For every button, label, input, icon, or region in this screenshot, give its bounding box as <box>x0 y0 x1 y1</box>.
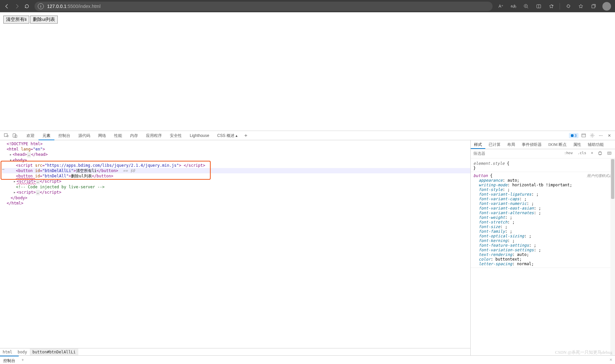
svg-rect-9 <box>608 152 611 154</box>
url-path: :5500/index.html <box>66 4 101 9</box>
css-property[interactable]: font-stretch: ; <box>473 220 612 224</box>
crumb-selected[interactable]: button#btnDelAllLi <box>30 348 78 355</box>
tab-security[interactable]: 安全性 <box>166 131 186 140</box>
back-button[interactable] <box>2 1 12 11</box>
css-property[interactable]: letter-spacing: normal; <box>473 262 612 266</box>
flexbox-overlay-icon[interactable] <box>606 150 613 157</box>
css-property[interactable]: font-variant-east-asian: ; <box>473 206 612 211</box>
close-devtools-icon[interactable]: ✕ <box>606 132 613 139</box>
css-property[interactable]: color: buttontext; <box>473 257 612 262</box>
tab-performance[interactable]: 性能 <box>110 131 126 140</box>
svg-point-7 <box>591 135 593 136</box>
tab-application[interactable]: 应用程序 <box>142 131 166 140</box>
svg-rect-6 <box>581 134 585 137</box>
styles-tabstrip: 样式 已计算 布局 事件侦听器 DOM 断点 属性 辅助功能 <box>471 140 615 149</box>
css-property[interactable]: font-variant-alternates: ; <box>473 211 612 215</box>
css-property[interactable]: font-size: ; <box>473 224 612 229</box>
drawer-tab-console[interactable]: 控制台 <box>0 356 19 364</box>
css-property[interactable]: writing-mode: horizontal-tb !important; <box>473 183 612 187</box>
styles-panel: 样式 已计算 布局 事件侦听器 DOM 断点 属性 辅助功能 :hov .cls… <box>470 140 615 355</box>
rule-element-style[interactable]: element.style { } <box>471 160 615 172</box>
tab-elements[interactable]: 元素 <box>38 131 54 140</box>
elements-panel: ⋯ <!DOCTYPE html> <html lang="en"> ▸<hea… <box>0 140 470 355</box>
tab-memory[interactable]: 内存 <box>126 131 142 140</box>
extensions-icon[interactable] <box>563 1 574 11</box>
styles-tab-a11y[interactable]: 辅助功能 <box>584 140 607 149</box>
refresh-button[interactable] <box>22 1 32 11</box>
css-property[interactable]: font-weight: ; <box>473 215 612 220</box>
hov-toggle[interactable]: :hov <box>563 150 574 157</box>
css-property[interactable]: text-rendering: auto; <box>473 252 612 257</box>
devtools-panel: 欢迎 元素 控制台 源代码 网络 性能 内存 应用程序 安全性 Lighthou… <box>0 131 615 364</box>
address-bar[interactable]: i 127.0.0.1:5500/index.html <box>34 2 493 11</box>
dom-breadcrumb[interactable]: html body button#btnDelAllLi <box>0 348 470 355</box>
drawer-close-icon[interactable]: ✕ <box>609 358 612 362</box>
css-property[interactable]: font-optical-sizing: ; <box>473 234 612 238</box>
css-property[interactable]: appearance: auto; <box>473 178 612 183</box>
styles-tab-props[interactable]: 属性 <box>570 140 584 149</box>
drawer-add-tab-icon[interactable]: + <box>19 358 27 362</box>
styles-tab-dombreak[interactable]: DOM 断点 <box>545 140 570 149</box>
translate-icon[interactable]: aあ <box>508 1 519 11</box>
more-options-icon[interactable]: ⋯ <box>597 132 604 139</box>
svg-rect-4 <box>13 134 16 137</box>
favorites-bar-icon[interactable] <box>575 1 586 11</box>
styles-tab-styles[interactable]: 样式 <box>471 140 485 149</box>
browser-toolbar: i 127.0.0.1:5500/index.html A⁺ aあ <box>0 0 615 12</box>
svg-rect-8 <box>599 152 602 154</box>
styles-tab-layout[interactable]: 布局 <box>504 140 518 149</box>
profile-avatar[interactable] <box>602 2 611 11</box>
css-property[interactable]: font-variant-caps: ; <box>473 197 612 201</box>
rule-user-agent[interactable]: 用户代理样式表 button { appearance: auto;writin… <box>471 172 615 268</box>
tab-sources[interactable]: 源代码 <box>74 131 94 140</box>
styles-tab-listeners[interactable]: 事件侦听器 <box>518 140 545 149</box>
css-property[interactable]: font-kerning: ; <box>473 238 612 243</box>
zoom-icon[interactable] <box>520 1 532 11</box>
delete-ul-button[interactable]: 删除ul列表 <box>30 16 58 24</box>
styles-scrollbar[interactable] <box>610 158 615 355</box>
styles-tab-computed[interactable]: 已计算 <box>485 140 504 149</box>
favorites-icon[interactable] <box>546 1 557 11</box>
dom-tree[interactable]: ⋯ <!DOCTYPE html> <html lang="en"> ▸<hea… <box>0 140 470 348</box>
clear-li-button[interactable]: 清空所有li <box>3 16 29 24</box>
site-info-icon[interactable]: i <box>38 3 44 9</box>
more-tabs-icon[interactable]: + <box>241 131 250 140</box>
toolbar-divider <box>560 3 560 10</box>
css-property[interactable]: font-feature-settings: ; <box>473 243 612 248</box>
inspect-element-icon[interactable] <box>2 131 11 140</box>
selected-dom-node[interactable]: <button id="btnDelAllLi">清空所有li</button>… <box>2 168 470 173</box>
devtools-tabstrip: 欢迎 元素 控制台 源代码 网络 性能 内存 应用程序 安全性 Lighthou… <box>0 131 615 140</box>
css-property[interactable]: font-style: ; <box>473 187 612 192</box>
forward-button[interactable] <box>12 1 22 11</box>
tab-welcome[interactable]: 欢迎 <box>23 131 38 140</box>
svg-rect-2 <box>592 5 595 8</box>
url-host: 127.0.0.1 <box>47 4 66 9</box>
new-style-rule-icon[interactable]: + <box>589 150 594 157</box>
devtools-dock-icon[interactable] <box>580 132 587 139</box>
collections-icon[interactable] <box>588 1 599 11</box>
crumb-body[interactable]: body <box>15 348 30 355</box>
devtools-drawer: 控制台 + ✕ <box>0 355 615 364</box>
styles-filter-input[interactable] <box>471 151 563 156</box>
print-media-icon[interactable] <box>596 150 604 157</box>
cls-toggle[interactable]: .cls <box>576 150 588 157</box>
tab-console[interactable]: 控制台 <box>54 131 74 140</box>
read-aloud-icon[interactable]: A⁺ <box>495 1 507 11</box>
css-property[interactable]: font-variation-settings: ; <box>473 248 612 252</box>
selection-margin-icon: ⋯ <box>2 167 4 172</box>
device-toolbar-icon[interactable] <box>11 131 19 140</box>
tab-network[interactable]: 网络 <box>94 131 110 140</box>
tab-lighthouse[interactable]: Lighthouse <box>186 131 213 140</box>
settings-icon[interactable] <box>588 132 596 139</box>
tab-css-overview[interactable]: CSS 概述 ▴ <box>213 131 241 140</box>
style-rules[interactable]: element.style { } 用户代理样式表 button { appea… <box>471 158 615 355</box>
css-property[interactable]: font-variant-ligatures: ; <box>473 192 612 197</box>
styles-filter-row: :hov .cls + <box>471 149 615 158</box>
css-property[interactable]: font-variant-numeric: ; <box>473 201 612 206</box>
issues-badge[interactable]: 3 <box>569 133 579 138</box>
css-property[interactable]: font-family: ; <box>473 229 612 234</box>
split-screen-icon[interactable] <box>533 1 544 11</box>
crumb-html[interactable]: html <box>0 348 15 355</box>
page-viewport: 清空所有li 删除ul列表 <box>0 12 615 27</box>
